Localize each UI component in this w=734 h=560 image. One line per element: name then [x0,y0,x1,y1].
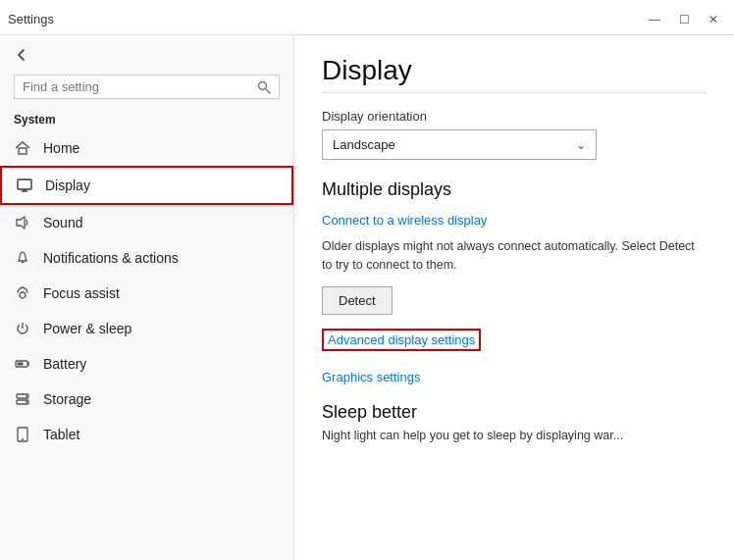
sidebar-item-home[interactable]: Home [0,130,293,166]
svg-marker-6 [17,217,25,229]
titlebar-controls: — ☐ ✕ [642,10,726,29]
sidebar-item-focus[interactable]: Focus assist [0,276,293,311]
sidebar: System Home [0,35,294,560]
sidebar-label-sound: Sound [43,215,82,230]
orientation-label: Display orientation [322,109,707,124]
maximize-button[interactable]: ☐ [671,10,697,29]
sidebar-item-notifications[interactable]: Notifications & actions [0,240,293,276]
storage-icon [14,390,31,408]
svg-point-0 [259,81,267,89]
sidebar-item-storage[interactable]: Storage [0,382,293,417]
titlebar-left: Settings [8,12,54,26]
title-divider [322,92,707,93]
sidebar-item-tablet[interactable]: Tablet [0,417,293,452]
older-displays-info: Older displays might not always connect … [322,237,705,275]
sidebar-label-battery: Battery [43,356,86,372]
chevron-down-icon: ⌄ [576,138,586,152]
sidebar-item-power[interactable]: Power & sleep [0,311,293,346]
sidebar-label-notifications: Notifications & actions [43,250,179,266]
sidebar-label-tablet: Tablet [43,427,79,442]
focus-icon [14,284,31,302]
sleep-title: Sleep better [322,402,707,423]
titlebar-title: Settings [8,12,54,26]
close-button[interactable]: ✕ [701,10,726,29]
display-icon [16,177,33,194]
svg-point-17 [26,401,27,403]
connect-wireless-link[interactable]: Connect to a wireless display [322,213,487,228]
minimize-button[interactable]: — [642,10,667,29]
sidebar-item-display[interactable]: Display [0,166,293,205]
home-icon [14,139,31,157]
svg-rect-13 [18,363,24,366]
titlebar: Settings — ☐ ✕ [0,0,734,35]
orientation-value: Landscape [333,137,395,152]
sidebar-section-label: System [0,107,293,130]
sidebar-label-storage: Storage [43,391,91,407]
sound-icon [14,214,31,231]
svg-point-8 [20,292,26,298]
tablet-icon [14,426,31,443]
main-content: System Home [0,35,734,560]
power-icon [14,320,31,337]
svg-line-1 [266,89,270,93]
search-icon [257,80,271,94]
back-button[interactable] [14,47,29,63]
page-title: Display [322,55,707,86]
graphics-settings-link[interactable]: Graphics settings [322,370,420,384]
search-box[interactable] [14,75,280,99]
sidebar-label-power: Power & sleep [43,321,131,336]
svg-rect-2 [19,148,26,154]
multiple-displays-title: Multiple displays [322,179,707,200]
advanced-display-settings-link[interactable]: Advanced display settings [322,329,481,351]
sidebar-label-home: Home [43,140,79,156]
search-input[interactable] [23,79,251,94]
orientation-dropdown[interactable]: Landscape ⌄ [322,129,597,160]
sidebar-item-sound[interactable]: Sound [0,205,293,240]
svg-rect-3 [18,179,31,189]
main-panel: Display Display orientation Landscape ⌄ … [294,35,734,560]
sidebar-top [0,35,293,71]
svg-point-16 [26,395,27,397]
sidebar-label-focus: Focus assist [43,285,120,301]
settings-window: Settings — ☐ ✕ [0,0,734,560]
sidebar-label-display: Display [45,178,90,193]
back-icon [14,47,29,63]
sidebar-item-battery[interactable]: Battery [0,346,293,382]
battery-icon [14,355,31,373]
detect-button[interactable]: Detect [322,286,393,315]
notifications-icon [14,249,31,267]
sleep-info: Night light can help you get to sleep by… [322,427,705,445]
sleep-section: Sleep better Night light can help you ge… [322,402,707,445]
